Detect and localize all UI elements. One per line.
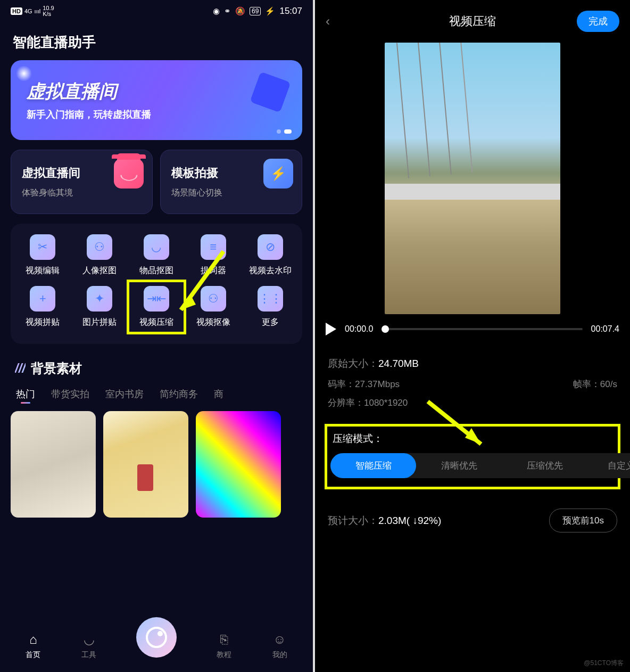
bg-thumb[interactable] — [103, 411, 188, 518]
tool-icon: ✂ — [30, 234, 55, 260]
tab-室内书房[interactable]: 室内书房 — [105, 388, 144, 400]
estimate-label: 预计大小： — [328, 515, 378, 526]
back-button[interactable]: ‹ — [326, 14, 330, 29]
watermark: @51CTO博客 — [584, 659, 624, 668]
face-icon: ☺ — [271, 631, 288, 648]
tool-label: 视频去水印 — [249, 265, 292, 276]
net-badge: 4G — [24, 9, 32, 14]
card-virtual-studio[interactable]: 虚拟直播间 体验身临其境 — [11, 150, 153, 214]
video-info: 原始大小：24.70MB 码率：27.37Mbps 帧率：60/s 分辨率：10… — [315, 344, 630, 421]
nav-home[interactable]: ⌂ 首页 — [24, 631, 42, 660]
mode-清晰优先[interactable]: 清晰优先 — [416, 453, 502, 478]
page-title: 视频压缩 — [449, 13, 496, 29]
robot-icon — [114, 159, 144, 189]
charge-icon: ⚡ — [265, 6, 275, 16]
estimate-row: 预计大小：2.03M( ↓92%) 预览前10s — [315, 493, 630, 548]
progress-bar[interactable] — [382, 328, 582, 330]
carousel-dots — [277, 129, 292, 134]
tool-视频编辑[interactable]: ✂视频编辑 — [16, 234, 70, 276]
eye-icon: ◉ — [213, 6, 220, 16]
tab-热门[interactable]: 热门 — [16, 388, 35, 400]
bag-icon: ◡ — [80, 631, 97, 648]
mode-options: 智能压缩清晰优先压缩优先自定义模式 — [330, 453, 630, 478]
video-preview[interactable] — [385, 43, 560, 314]
section-title: 背景素材 — [0, 344, 313, 388]
home-screen: HD 4G ıııl 10.9 K/s ◉ ⚭ 🔕 69 ⚡ 15:07 智能直… — [0, 0, 315, 672]
compress-screen: ‹ 视频压缩 完成 00:00.0 00:07.4 原始大小：24.70MB 码… — [315, 0, 630, 672]
fps-value: 60/s — [600, 379, 617, 389]
tab-商[interactable]: 商 — [214, 388, 223, 400]
tool-icon: ⇥⇤ — [144, 286, 169, 312]
signal-icon: ıııl — [35, 9, 41, 14]
tool-label: 视频抠像 — [196, 317, 230, 328]
resolution-value: 1080*1920 — [364, 398, 408, 408]
original-value: 24.70MB — [378, 358, 419, 369]
tool-label: 图片拼贴 — [82, 317, 117, 328]
time-total: 00:07.4 — [591, 324, 619, 334]
hero-banner[interactable]: 虚拟直播间 新手入门指南，玩转虚拟直播 — [11, 60, 302, 140]
preview-button[interactable]: 预览前10s — [549, 509, 617, 532]
tool-label: 人像抠图 — [82, 265, 117, 276]
tool-视频抠像[interactable]: ⚇视频抠像 — [186, 286, 240, 328]
mode-section: 压缩模式： 智能压缩清晰优先压缩优先自定义模式 — [325, 424, 620, 489]
tool-视频拼贴[interactable]: +视频拼贴 — [16, 286, 70, 328]
tab-带货实拍[interactable]: 带货实拍 — [51, 388, 89, 400]
hd-badge: HD — [11, 7, 22, 15]
tool-icon: ✦ — [87, 286, 112, 312]
card-template-shoot[interactable]: 模板拍摄 场景随心切换 — [160, 150, 302, 214]
tool-icon: + — [30, 286, 55, 312]
done-button[interactable]: 完成 — [577, 11, 619, 32]
bookmark-icon: ⎘ — [215, 631, 233, 648]
resolution-label: 分辨率： — [328, 398, 364, 408]
tool-更多[interactable]: ⋮⋮更多 — [243, 286, 297, 328]
bg-tabs: 热门带货实拍室内书房简约商务商 — [0, 388, 313, 411]
play-button[interactable] — [326, 323, 336, 335]
tool-icon: ⚇ — [87, 234, 112, 260]
mute-icon: 🔕 — [235, 6, 245, 16]
tool-label: 视频编辑 — [26, 265, 60, 276]
bg-thumb[interactable] — [11, 411, 96, 518]
net-speed: 10.9 K/s — [43, 5, 54, 17]
tool-label: 视频压缩 — [139, 317, 173, 328]
bitrate-label: 码率： — [328, 379, 355, 389]
estimate-value: 2.03M( ↓92%) — [378, 515, 441, 526]
camera-icon — [263, 159, 293, 189]
tool-label: 视频拼贴 — [26, 317, 60, 328]
nav-tutorial[interactable]: ⎘ 教程 — [215, 631, 233, 660]
player-bar: 00:00.0 00:07.4 — [315, 314, 630, 344]
bg-list — [0, 411, 313, 518]
tool-物品抠图[interactable]: ◡物品抠图 — [130, 234, 184, 276]
tab-简约商务[interactable]: 简约商务 — [160, 388, 198, 400]
tool-人像抠图[interactable]: ⚇人像抠图 — [73, 234, 127, 276]
mode-压缩优先[interactable]: 压缩优先 — [502, 453, 587, 478]
tool-图片拼贴[interactable]: ✦图片拼贴 — [73, 286, 127, 328]
bg-thumb[interactable] — [196, 411, 281, 518]
nav-capture[interactable] — [136, 617, 177, 658]
tool-icon: ⊘ — [258, 234, 283, 260]
tool-icon: ◡ — [144, 234, 169, 260]
clock: 15:07 — [279, 6, 302, 17]
mode-智能压缩[interactable]: 智能压缩 — [330, 453, 416, 478]
time-current: 00:00.0 — [345, 324, 373, 334]
home-icon: ⌂ — [24, 631, 42, 648]
mode-自定义模式[interactable]: 自定义模式 — [587, 453, 630, 478]
tool-label: 物品抠图 — [139, 265, 173, 276]
tool-grid: ✂视频编辑⚇人像抠图◡物品抠图≡提词器⊘视频去水印+视频拼贴✦图片拼贴⇥⇤视频压… — [16, 234, 297, 328]
bluetooth-icon: ⚭ — [224, 6, 231, 16]
tool-提词器[interactable]: ≡提词器 — [186, 234, 240, 276]
tool-icon: ⚇ — [201, 286, 226, 312]
fps-label: 帧率： — [573, 379, 600, 389]
capture-icon — [146, 627, 167, 648]
tool-label: 提词器 — [201, 265, 226, 276]
tool-视频去水印[interactable]: ⊘视频去水印 — [243, 234, 297, 276]
status-bar: HD 4G ıııl 10.9 K/s ◉ ⚭ 🔕 69 ⚡ 15:07 — [0, 0, 313, 22]
bitrate-value: 27.37Mbps — [355, 379, 400, 389]
battery-icon: 69 — [250, 7, 261, 15]
mode-title: 压缩模式： — [330, 432, 615, 446]
hero-subtitle: 新手入门指南，玩转虚拟直播 — [27, 108, 302, 121]
tool-视频压缩[interactable]: ⇥⇤视频压缩 — [130, 286, 184, 328]
nav-tools[interactable]: ◡ 工具 — [80, 631, 97, 660]
nav-profile[interactable]: ☺ 我的 — [271, 631, 288, 660]
tool-label: 更多 — [262, 317, 279, 328]
card-sub: 场景随心切换 — [171, 187, 291, 199]
